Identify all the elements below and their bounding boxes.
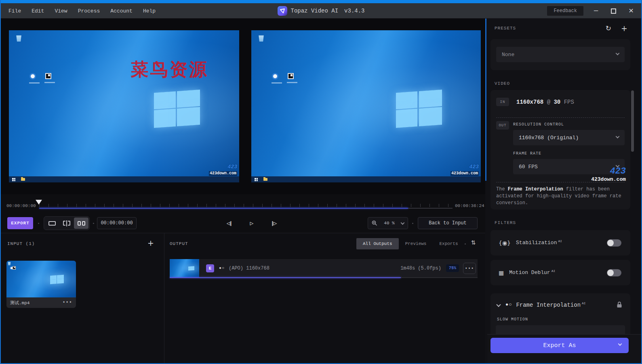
zoom-control[interactable]: 40 % [368,217,408,229]
input-clip-card[interactable]: 测试.mp4 ••• [6,261,76,308]
slow-motion-label: SLOW MOTION [497,317,630,322]
menu-edit[interactable]: Edit [29,7,46,15]
previous-frame-button[interactable]: ◁| [222,217,236,229]
playhead[interactable] [36,200,42,205]
video-taskbar [9,176,239,182]
resolution-selected-value: 1160x768 (Original) [519,135,579,141]
view-mode-single-button[interactable] [45,218,59,229]
topaz-video-ai-window: File Edit View Process Account Help Topa… [0,0,642,364]
menu-bar: File Edit View Process Account Help [6,3,158,19]
current-timecode-field[interactable]: 00:00:00:00 [97,217,137,229]
recycle-bin-icon [16,34,22,42]
divider [496,117,625,118]
export-button[interactable]: EXPORT [7,217,33,229]
site-watermark-number: 423 [209,164,237,169]
separator-dot [38,223,39,224]
next-frame-button[interactable]: |▷ [267,217,281,229]
output-row[interactable]: E ●○ (APO) 1160x768 1m48s (5.0fps) 75% •… [170,259,478,277]
timeline-loaded-range [39,208,408,209]
titlebar-controls: Feedback ─ × [547,3,636,19]
export-bar: Export As [487,334,642,364]
preset-select[interactable]: None [496,47,625,62]
filter-label: StabilizationAI [516,239,562,246]
video-title: VIDEO [495,81,510,86]
presets-card: None [490,39,630,70]
side-by-side-view-icon [78,221,85,226]
clip-filename: 测试.mp4 [10,300,29,306]
folder-icon [263,178,267,181]
timeline[interactable]: 00:00:00:00 00:00:36:24 [1,194,485,215]
slow-motion-select[interactable] [496,325,625,335]
timeline-start-time: 00:00:00:00 [6,203,36,208]
output-video-preview[interactable]: 423 423down.com [251,30,481,182]
back-to-input-button[interactable]: Back to Input [418,217,478,229]
desktop-icons [6,261,45,281]
toggle-knob [607,240,614,246]
playback-toolbar: EXPORT 00:00:00:00 ◁| ▷ |▷ 40 [1,215,485,233]
app-title: Topaz Video AI [290,8,338,14]
reset-preset-icon[interactable]: ↻ [606,24,611,32]
sidebar-scrollbar[interactable] [631,90,634,152]
resolution-control-label: RESOLUTION CONTROL [513,122,564,127]
site-watermark: 423 423down.com [209,164,237,176]
windows-logo-icon [188,266,194,270]
motion-deblur-toggle[interactable] [607,269,621,276]
output-menu-button[interactable]: ••• [463,263,476,274]
folder-icon [21,178,25,181]
app-shortcut-icon [272,73,278,79]
site-watermark-number: 423 [450,164,479,169]
filter-label: Motion DeblurAI [509,269,555,276]
video-card: IN 1160x768 @ 30 FPS OUT RESOLUTION CONT… [490,90,630,209]
window-accent-strip [0,0,642,3]
windows-logo-icon [50,275,64,284]
input-resolution: 1160x768 [516,99,543,105]
chevron-down-icon [496,303,501,307]
menu-view[interactable]: View [53,7,69,15]
timeline-ticks [39,204,453,207]
preview-area: 菜鸟资源 423 423down.com 423 [1,19,485,194]
topaz-logo-icon [277,6,287,16]
app-shortcut-icon [288,73,294,79]
feedback-button[interactable]: Feedback [547,6,583,16]
menu-process[interactable]: Process [76,7,102,15]
output-duration: 1m48s (5.0fps) [400,266,441,271]
filter-stabilization: {◉} StabilizationAI [490,230,630,255]
toggle-knob [607,270,614,276]
add-preset-icon[interactable]: + [621,24,627,33]
presets-title: PRESETS [495,26,516,31]
menu-help[interactable]: Help [141,7,158,15]
clip-menu-button[interactable]: ••• [62,300,72,305]
site-watermark-text: 423down.com [591,176,626,182]
export-as-label: Export As [543,342,576,349]
filter-description: The Frame Interpolation filter has been … [496,186,623,206]
filter-state-icon: ●○ [219,266,225,270]
view-mode-split-button[interactable] [59,218,74,229]
play-button[interactable]: ▷ [245,217,259,229]
menu-file[interactable]: File [6,7,23,15]
app-shortcut-icon [13,266,16,270]
zoom-level-value: 40 % [381,221,398,226]
frame-rate-selected-value: 60 FPS [519,164,538,170]
frame-interpolation-header[interactable]: ●○ Frame InterpolationAI [490,293,630,308]
input-fps-unit: FPS [564,99,574,105]
view-mode-side-by-side-button[interactable] [74,218,88,229]
timeline-track[interactable] [39,208,453,209]
desktop-icons [251,30,481,182]
output-progress-fill [170,277,401,278]
add-input-button[interactable]: + [147,238,154,247]
chevron-down-icon [401,221,405,225]
menu-account[interactable]: Account [108,7,135,15]
minimize-icon[interactable]: ─ [591,7,601,15]
at-separator: @ [547,99,550,105]
export-as-button[interactable]: Export As [490,338,629,353]
maximize-icon[interactable] [611,8,616,14]
output-thumbnail [170,259,199,277]
resolution-select[interactable]: 1160x768 (Original) [513,130,625,145]
stabilization-toggle[interactable] [607,239,621,247]
timeline-end-time: 00:00:36:24 [455,203,484,208]
chevron-down-icon [616,51,620,55]
input-video-preview[interactable]: 菜鸟资源 423 423down.com [9,30,239,182]
close-icon[interactable]: × [626,6,636,16]
filter-state-icon: ●○ [505,302,512,308]
clip-footer: 测试.mp4 ••• [6,297,76,308]
